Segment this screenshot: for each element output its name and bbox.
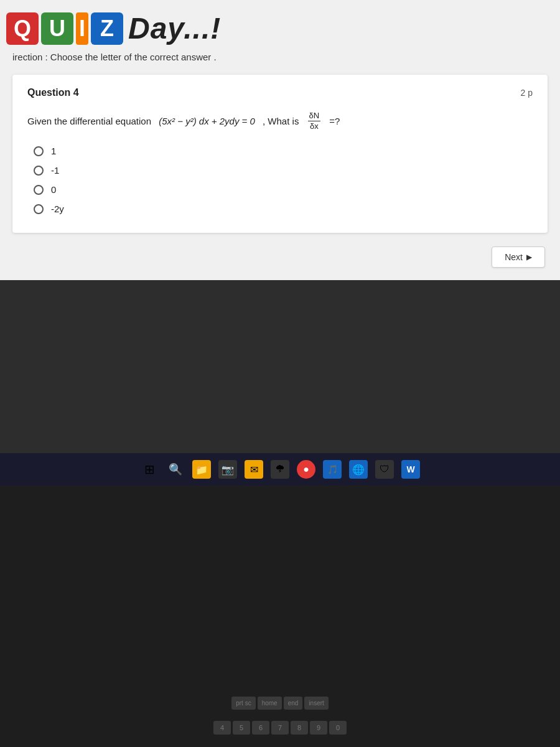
dark-area: prt sc home end insert 4 5 6 7 8 9 0 bbox=[0, 486, 560, 747]
taskbar-shield[interactable]: 🛡 bbox=[373, 458, 396, 481]
key-5: 5 bbox=[233, 721, 250, 735]
taskbar-media[interactable]: 🎵 bbox=[321, 458, 343, 481]
taskbar-stop[interactable]: ● bbox=[295, 458, 317, 481]
taskbar-browser[interactable]: 🌐 bbox=[347, 458, 370, 481]
question-text-end: =? bbox=[329, 116, 340, 126]
stop-icon: ● bbox=[303, 464, 309, 475]
option-label-2: -1 bbox=[51, 165, 59, 176]
option-3[interactable]: 0 bbox=[34, 184, 533, 195]
shield-icon: 🛡 bbox=[380, 464, 390, 475]
question-card: Question 4 2 p Given the differential eq… bbox=[12, 75, 548, 233]
key-4: 4 bbox=[213, 721, 231, 735]
key-home: home bbox=[258, 697, 282, 710]
letter-q: Q bbox=[6, 12, 39, 45]
browser-icon: 🌐 bbox=[352, 464, 365, 476]
option-label-3: 0 bbox=[51, 184, 56, 195]
taskbar: ⊞ 🔍 📁 📷 ✉ 🌩 ● 🎵 🌐 bbox=[0, 453, 560, 486]
word-icon: W bbox=[406, 464, 414, 474]
question-text-suffix: , What is bbox=[263, 116, 299, 126]
question-label: Question 4 bbox=[27, 87, 79, 98]
radio-1[interactable] bbox=[34, 146, 44, 156]
direction-text: irection : Choose the letter of the corr… bbox=[0, 52, 560, 70]
taskbar-word[interactable]: W bbox=[399, 458, 422, 481]
question-points: 2 p bbox=[521, 88, 533, 98]
question-text-prefix: Given the differential equation bbox=[27, 116, 151, 126]
next-label: Next bbox=[505, 252, 523, 262]
windows-icon: ⊞ bbox=[144, 462, 155, 477]
camera-icon: 📷 bbox=[222, 464, 234, 476]
key-end: end bbox=[284, 697, 303, 710]
page-title: Day...! bbox=[128, 11, 221, 45]
media-icon: 🎵 bbox=[327, 464, 338, 474]
letter-u: U bbox=[41, 12, 73, 45]
question-math: Given the differential equation (5x² − y… bbox=[27, 111, 533, 131]
taskbar-windows[interactable]: ⊞ bbox=[138, 458, 161, 481]
option-1[interactable]: 1 bbox=[34, 146, 533, 156]
fraction-numerator: δN bbox=[308, 111, 321, 121]
option-label-1: 1 bbox=[51, 146, 56, 156]
key-7: 7 bbox=[271, 721, 289, 735]
keyboard-row-top: prt sc home end insert bbox=[0, 697, 560, 710]
quiz-logo: Q U I Z bbox=[6, 12, 123, 45]
taskbar-file-explorer[interactable]: 📁 bbox=[190, 458, 213, 481]
file-explorer-icon: 📁 bbox=[195, 464, 208, 476]
next-btn-area: Next ▶ bbox=[0, 240, 560, 280]
option-2[interactable]: -1 bbox=[34, 165, 533, 176]
option-label-4: -2y bbox=[51, 204, 64, 214]
radio-2[interactable] bbox=[34, 166, 44, 176]
taskbar-mail[interactable]: ✉ bbox=[243, 458, 265, 481]
question-header: Question 4 2 p bbox=[27, 87, 533, 98]
option-4[interactable]: -2y bbox=[34, 204, 533, 214]
fraction-denominator: δx bbox=[309, 121, 320, 131]
next-arrow-icon: ▶ bbox=[526, 253, 532, 261]
key-insert: insert bbox=[304, 697, 328, 710]
keyboard-row-bottom: 4 5 6 7 8 9 0 bbox=[0, 721, 560, 735]
key-9: 9 bbox=[310, 721, 327, 735]
next-button[interactable]: Next ▶ bbox=[492, 247, 545, 268]
cloud-icon: 🌩 bbox=[275, 464, 285, 475]
fraction: δN δx bbox=[308, 111, 321, 131]
search-icon: 🔍 bbox=[169, 463, 182, 476]
letter-i: I bbox=[76, 12, 88, 45]
radio-4[interactable] bbox=[34, 204, 44, 214]
header: Q U I Z Day...! bbox=[0, 0, 560, 52]
options-list: 1 -1 0 -2y bbox=[27, 146, 533, 214]
radio-3[interactable] bbox=[34, 185, 44, 195]
taskbar-camera[interactable]: 📷 bbox=[217, 458, 239, 481]
key-8: 8 bbox=[291, 721, 308, 735]
key-prtsc: prt sc bbox=[231, 697, 255, 710]
mail-icon: ✉ bbox=[250, 464, 258, 476]
taskbar-search[interactable]: 🔍 bbox=[164, 458, 187, 481]
key-0: 0 bbox=[329, 721, 347, 735]
letter-z: Z bbox=[91, 12, 123, 45]
equation: (5x² − y²) dx + 2ydy = 0 bbox=[159, 116, 255, 126]
taskbar-cloud[interactable]: 🌩 bbox=[269, 458, 291, 481]
key-6: 6 bbox=[252, 721, 269, 735]
